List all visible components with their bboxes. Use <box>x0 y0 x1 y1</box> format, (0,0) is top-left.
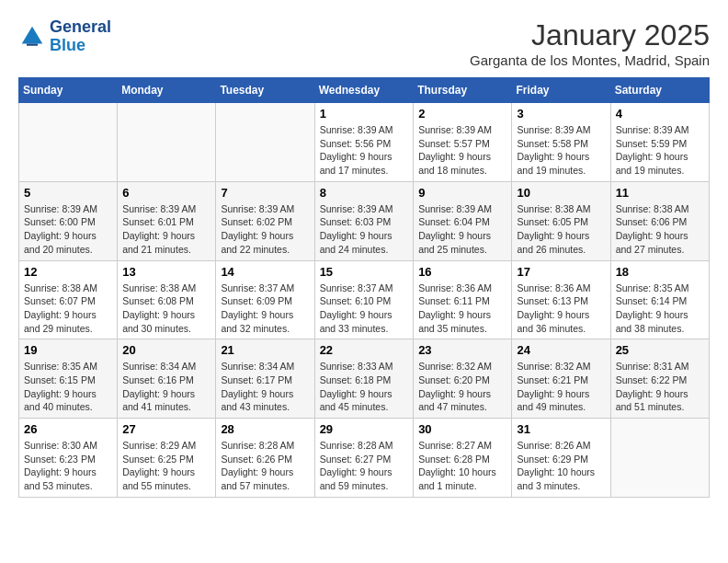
day-number: 28 <box>221 422 309 436</box>
day-number: 12 <box>24 265 112 279</box>
day-number: 29 <box>320 422 409 436</box>
day-info: Sunrise: 8:35 AM Sunset: 6:14 PM Dayligh… <box>616 282 704 336</box>
calendar-cell: 31Sunrise: 8:26 AM Sunset: 6:29 PM Dayli… <box>512 419 610 498</box>
day-info: Sunrise: 8:39 AM Sunset: 6:01 PM Dayligh… <box>122 202 210 257</box>
calendar-cell: 28Sunrise: 8:28 AM Sunset: 6:26 PM Dayli… <box>216 419 314 498</box>
day-number: 20 <box>122 343 210 357</box>
day-info: Sunrise: 8:39 AM Sunset: 5:59 PM Dayligh… <box>616 123 704 178</box>
day-info: Sunrise: 8:35 AM Sunset: 6:15 PM Dayligh… <box>24 360 112 414</box>
calendar-cell: 17Sunrise: 8:36 AM Sunset: 6:13 PM Dayli… <box>512 260 610 339</box>
day-info: Sunrise: 8:32 AM Sunset: 6:20 PM Dayligh… <box>418 360 506 414</box>
calendar-cell <box>19 103 118 182</box>
calendar-cell: 21Sunrise: 8:34 AM Sunset: 6:17 PM Dayli… <box>216 339 314 419</box>
logo-icon <box>18 23 46 51</box>
calendar-table: SundayMondayTuesdayWednesdayThursdayFrid… <box>18 77 710 498</box>
day-number: 30 <box>418 422 506 436</box>
calendar-cell: 26Sunrise: 8:30 AM Sunset: 6:23 PM Dayli… <box>19 419 118 498</box>
day-info: Sunrise: 8:38 AM Sunset: 6:08 PM Dayligh… <box>122 282 210 336</box>
calendar-cell: 5Sunrise: 8:39 AM Sunset: 6:00 PM Daylig… <box>19 181 118 260</box>
calendar-cell: 4Sunrise: 8:39 AM Sunset: 5:59 PM Daylig… <box>610 103 709 182</box>
day-info: Sunrise: 8:26 AM Sunset: 6:29 PM Dayligh… <box>517 439 605 493</box>
day-number: 5 <box>24 186 112 200</box>
month-title: January 2025 <box>470 18 710 52</box>
calendar-week-row: 26Sunrise: 8:30 AM Sunset: 6:23 PM Dayli… <box>19 419 710 498</box>
day-info: Sunrise: 8:38 AM Sunset: 6:06 PM Dayligh… <box>616 202 704 257</box>
calendar-cell <box>610 419 709 498</box>
day-info: Sunrise: 8:34 AM Sunset: 6:17 PM Dayligh… <box>221 360 309 414</box>
calendar-cell: 9Sunrise: 8:39 AM Sunset: 6:04 PM Daylig… <box>414 181 512 260</box>
day-number: 21 <box>221 343 309 357</box>
day-number: 7 <box>221 186 309 200</box>
day-info: Sunrise: 8:30 AM Sunset: 6:23 PM Dayligh… <box>24 439 112 493</box>
day-number: 27 <box>122 422 210 436</box>
day-number: 15 <box>320 265 409 279</box>
calendar-cell: 7Sunrise: 8:39 AM Sunset: 6:02 PM Daylig… <box>216 181 314 260</box>
day-number: 9 <box>418 186 506 200</box>
day-info: Sunrise: 8:28 AM Sunset: 6:27 PM Dayligh… <box>320 439 409 493</box>
day-info: Sunrise: 8:39 AM Sunset: 6:00 PM Dayligh… <box>24 202 112 257</box>
day-number: 10 <box>517 186 605 200</box>
day-info: Sunrise: 8:28 AM Sunset: 6:26 PM Dayligh… <box>221 439 309 493</box>
calendar-week-row: 1Sunrise: 8:39 AM Sunset: 5:56 PM Daylig… <box>19 103 710 182</box>
day-number: 23 <box>418 343 506 357</box>
calendar-cell: 6Sunrise: 8:39 AM Sunset: 6:01 PM Daylig… <box>118 181 216 260</box>
calendar-cell: 23Sunrise: 8:32 AM Sunset: 6:20 PM Dayli… <box>414 339 512 419</box>
svg-marker-0 <box>22 27 43 44</box>
calendar-cell: 12Sunrise: 8:38 AM Sunset: 6:07 PM Dayli… <box>19 260 118 339</box>
day-info: Sunrise: 8:39 AM Sunset: 6:03 PM Dayligh… <box>320 202 409 257</box>
day-info: Sunrise: 8:38 AM Sunset: 6:07 PM Dayligh… <box>24 282 112 336</box>
day-info: Sunrise: 8:36 AM Sunset: 6:11 PM Dayligh… <box>418 282 506 336</box>
calendar-cell: 2Sunrise: 8:39 AM Sunset: 5:57 PM Daylig… <box>414 103 512 182</box>
day-info: Sunrise: 8:39 AM Sunset: 6:04 PM Dayligh… <box>418 202 506 257</box>
weekday-header: Friday <box>512 78 610 103</box>
logo-line2: Blue <box>50 36 85 54</box>
calendar-cell: 18Sunrise: 8:35 AM Sunset: 6:14 PM Dayli… <box>610 260 709 339</box>
day-info: Sunrise: 8:39 AM Sunset: 6:02 PM Dayligh… <box>221 202 309 257</box>
calendar-cell <box>118 103 216 182</box>
day-info: Sunrise: 8:36 AM Sunset: 6:13 PM Dayligh… <box>517 282 605 336</box>
weekday-header: Saturday <box>610 78 709 103</box>
svg-rect-1 <box>27 43 38 45</box>
day-number: 8 <box>320 186 409 200</box>
calendar-cell: 16Sunrise: 8:36 AM Sunset: 6:11 PM Dayli… <box>414 260 512 339</box>
calendar-cell: 19Sunrise: 8:35 AM Sunset: 6:15 PM Dayli… <box>19 339 118 419</box>
day-number: 19 <box>24 343 112 357</box>
day-info: Sunrise: 8:39 AM Sunset: 5:56 PM Dayligh… <box>320 123 409 178</box>
day-number: 31 <box>517 422 605 436</box>
calendar-cell: 8Sunrise: 8:39 AM Sunset: 6:03 PM Daylig… <box>314 181 414 260</box>
day-number: 3 <box>517 107 605 121</box>
calendar-cell: 22Sunrise: 8:33 AM Sunset: 6:18 PM Dayli… <box>314 339 414 419</box>
calendar-week-row: 5Sunrise: 8:39 AM Sunset: 6:00 PM Daylig… <box>19 181 710 260</box>
calendar-cell: 29Sunrise: 8:28 AM Sunset: 6:27 PM Dayli… <box>314 419 414 498</box>
day-number: 11 <box>616 186 704 200</box>
day-info: Sunrise: 8:34 AM Sunset: 6:16 PM Dayligh… <box>122 360 210 414</box>
day-info: Sunrise: 8:39 AM Sunset: 5:57 PM Dayligh… <box>418 123 506 178</box>
day-number: 2 <box>418 107 506 121</box>
logo-text: General Blue <box>50 18 111 55</box>
weekday-header: Thursday <box>414 78 512 103</box>
logo-line1: General <box>50 18 111 37</box>
calendar-cell: 3Sunrise: 8:39 AM Sunset: 5:58 PM Daylig… <box>512 103 610 182</box>
weekday-header-row: SundayMondayTuesdayWednesdayThursdayFrid… <box>19 78 710 103</box>
calendar-week-row: 12Sunrise: 8:38 AM Sunset: 6:07 PM Dayli… <box>19 260 710 339</box>
calendar-cell: 1Sunrise: 8:39 AM Sunset: 5:56 PM Daylig… <box>314 103 414 182</box>
logo: General Blue <box>18 18 111 55</box>
day-number: 16 <box>418 265 506 279</box>
day-info: Sunrise: 8:27 AM Sunset: 6:28 PM Dayligh… <box>418 439 506 493</box>
calendar-cell: 15Sunrise: 8:37 AM Sunset: 6:10 PM Dayli… <box>314 260 414 339</box>
day-number: 17 <box>517 265 605 279</box>
day-info: Sunrise: 8:38 AM Sunset: 6:05 PM Dayligh… <box>517 202 605 257</box>
title-block: January 2025 Garganta de los Montes, Mad… <box>470 18 710 68</box>
day-info: Sunrise: 8:39 AM Sunset: 5:58 PM Dayligh… <box>517 123 605 178</box>
day-number: 13 <box>122 265 210 279</box>
weekday-header: Sunday <box>19 78 118 103</box>
weekday-header: Wednesday <box>314 78 414 103</box>
calendar-cell: 14Sunrise: 8:37 AM Sunset: 6:09 PM Dayli… <box>216 260 314 339</box>
day-info: Sunrise: 8:29 AM Sunset: 6:25 PM Dayligh… <box>122 439 210 493</box>
day-number: 4 <box>616 107 704 121</box>
calendar-week-row: 19Sunrise: 8:35 AM Sunset: 6:15 PM Dayli… <box>19 339 710 419</box>
calendar-cell: 25Sunrise: 8:31 AM Sunset: 6:22 PM Dayli… <box>610 339 709 419</box>
day-number: 22 <box>320 343 409 357</box>
calendar-cell <box>216 103 314 182</box>
day-number: 1 <box>320 107 409 121</box>
